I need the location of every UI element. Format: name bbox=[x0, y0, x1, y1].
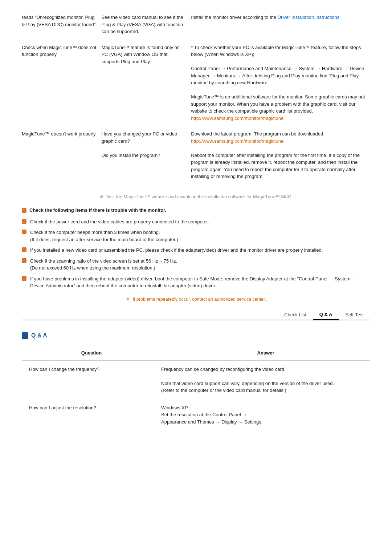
qa-question: How can I adjust the resolution? bbox=[22, 399, 161, 431]
bullet-icon bbox=[22, 276, 26, 281]
nav-tab-check-list[interactable]: Check List bbox=[278, 310, 313, 320]
qa-col-question: Question bbox=[22, 347, 161, 360]
trouble-problem: MagicTune™ doesn't work properly. bbox=[22, 127, 101, 186]
trouble-solution: Download the latest program. The program… bbox=[191, 127, 370, 186]
qa-section-title: Q & A bbox=[22, 331, 370, 340]
trouble-cause: See the video card manual to see if the … bbox=[101, 11, 191, 41]
qa-question: How can I change the frequency? bbox=[22, 360, 161, 399]
trouble-table: reads "Unrecognized monitor, Plug & Play… bbox=[22, 11, 370, 186]
bullet-icon bbox=[22, 258, 26, 263]
qa-section: Q & A Question Answer How can I change t… bbox=[22, 331, 370, 430]
note-problems-icon: ※ bbox=[126, 297, 130, 302]
qa-row: How can I change the frequency?Frequency… bbox=[22, 360, 370, 399]
check-item-text: Check if the scanning ratio of the video… bbox=[30, 258, 370, 272]
check-item: Check if the power cord and the video ca… bbox=[22, 218, 370, 226]
trouble-row: MagicTune™ doesn't work properly.Have yo… bbox=[22, 127, 370, 186]
check-title: Check the following items if there is tr… bbox=[22, 207, 370, 214]
trouble-row: Check when MagicTune™ does not function … bbox=[22, 41, 370, 128]
qa-answer: Frequency can be changed by reconfigurin… bbox=[161, 360, 370, 399]
trouble-solution: Install the monitor driver according to … bbox=[191, 11, 370, 41]
nav-tabs: Check ListQ & ASelf-Test bbox=[22, 309, 370, 321]
check-item-text: If you installed a new video card or ass… bbox=[30, 247, 370, 254]
trouble-solution: * To check whether your PC is available … bbox=[191, 41, 370, 128]
orange-square-icon bbox=[22, 208, 26, 213]
note-problems: ※ If problems repeatedly occur, contact … bbox=[22, 296, 370, 303]
trouble-problem: Check when MagicTune™ does not function … bbox=[22, 41, 101, 128]
nav-tab-q-and-a[interactable]: Q & A bbox=[313, 309, 339, 321]
qa-col-answer: Answer bbox=[161, 347, 370, 360]
check-item: Check if the scanning ratio of the video… bbox=[22, 258, 370, 272]
nav-tab-self-test[interactable]: Self-Test bbox=[339, 310, 370, 320]
trouble-problem: reads "Unrecognized monitor, Plug & Play… bbox=[22, 11, 101, 41]
check-list: Check if the power cord and the video ca… bbox=[22, 218, 370, 289]
bullet-icon bbox=[22, 230, 26, 234]
check-item-text: Check if the power cord and the video ca… bbox=[30, 218, 370, 226]
check-item: Check if the computer beeps more than 3 … bbox=[22, 229, 370, 243]
magictune-link-2[interactable]: http://www.samsung.com/monitor/magictune bbox=[191, 116, 283, 121]
qa-row: How can I adjust the resolution?Windows … bbox=[22, 399, 370, 431]
note-problems-link[interactable]: If problems repeatedly occur, contact an… bbox=[132, 297, 266, 302]
qa-title-icon bbox=[22, 332, 28, 339]
check-item: If you installed a new video card or ass… bbox=[22, 247, 370, 254]
qa-answer: Windows XP :Set the resolution at the Co… bbox=[161, 399, 370, 431]
bullet-icon bbox=[22, 219, 26, 224]
bullet-icon bbox=[22, 247, 26, 252]
note-magictune: ※ Visit the MagicTune™ website and downl… bbox=[22, 193, 370, 200]
check-item-text: If you have problems in installing the a… bbox=[30, 275, 370, 289]
check-section: Check the following items if there is tr… bbox=[22, 207, 370, 289]
check-item-text: Check if the computer beeps more than 3 … bbox=[30, 229, 370, 243]
trouble-cause: MagicTune™ feature is found only on PC (… bbox=[101, 41, 191, 128]
check-item: If you have problems in installing the a… bbox=[22, 275, 370, 289]
driver-install-link[interactable]: Driver Installation Instructions bbox=[278, 15, 340, 20]
note-icon: ※ bbox=[99, 194, 103, 199]
magictune-dl-link[interactable]: http://www.samsung.com/monitor/magictune bbox=[191, 138, 283, 144]
trouble-row: reads "Unrecognized monitor, Plug & Play… bbox=[22, 11, 370, 41]
qa-table: Question Answer How can I change the fre… bbox=[22, 347, 370, 430]
trouble-cause: Have you changed your PC or video graphi… bbox=[101, 127, 191, 186]
